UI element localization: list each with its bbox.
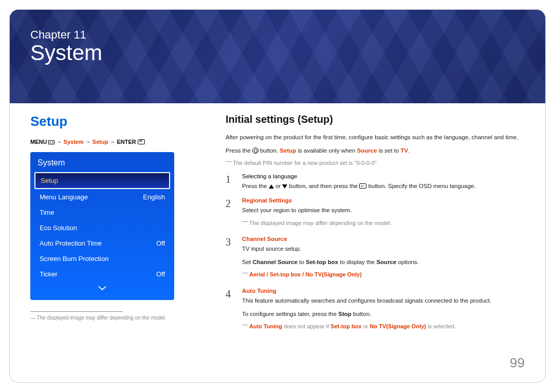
osd-panel: System SetupMenu LanguageEnglishTimeEco … xyxy=(30,152,174,300)
intro-text-1: After powering on the product for the fi… xyxy=(226,133,525,143)
chevron-down-icon xyxy=(98,285,107,291)
osd-item-label: Eco Solution xyxy=(40,224,77,232)
step-body-line2: To configure settings later, press the S… xyxy=(242,309,525,320)
enter-icon xyxy=(359,183,366,189)
osd-item-setup[interactable]: Setup xyxy=(34,172,170,189)
initial-settings-heading: Initial settings (Setup) xyxy=(226,114,525,125)
osd-item-list: SetupMenu LanguageEnglishTimeEco Solutio… xyxy=(33,172,171,282)
step-3: 3 Channel Source TV input source setup. … xyxy=(226,236,525,285)
menu-grid-icon xyxy=(48,140,54,144)
osd-item-label: Time xyxy=(40,209,54,216)
osd-item-label: Menu Language xyxy=(40,193,88,201)
menu-path-arrow: → xyxy=(85,139,91,145)
intro-text-2: Press the button. Setup is available onl… xyxy=(226,146,525,156)
step-title: Regional Settings xyxy=(242,197,525,203)
menu-path-setup: Setup xyxy=(92,139,108,145)
osd-item-label: Screen Burn Protection xyxy=(40,255,108,263)
step-title: Channel Source xyxy=(242,236,525,242)
step-title: Selecting a language xyxy=(242,173,525,179)
footnote-rule xyxy=(30,311,123,312)
step-body-text: Select your region to optimise the syste… xyxy=(242,206,525,216)
right-column: Initial settings (Setup) After powering … xyxy=(226,114,525,340)
page-container: Chapter 11 System Setup MENU → System → … xyxy=(9,9,546,383)
chapter-header: Chapter 11 System xyxy=(10,10,545,103)
step-2: 2 Regional Settings Select your region t… xyxy=(226,197,525,233)
step-note: The displayed image may differ depending… xyxy=(242,219,525,228)
enter-icon xyxy=(138,139,145,144)
osd-item-ticker[interactable]: TickerOff xyxy=(34,267,170,282)
chapter-title: System xyxy=(30,41,525,65)
osd-item-value: English xyxy=(143,193,165,201)
step-number: 4 xyxy=(226,288,233,337)
step-4: 4 Auto Tuning This feature automatically… xyxy=(226,288,525,337)
osd-item-value: Off xyxy=(156,270,165,278)
step-note-options: Aerial / Set-top box / No TV(Signage Onl… xyxy=(242,270,525,279)
step-body-text: This feature automatically searches and … xyxy=(242,296,525,306)
step-number: 1 xyxy=(226,173,233,195)
menu-path: MENU → System → Setup → ENTER xyxy=(30,139,205,145)
osd-item-label: Ticker xyxy=(40,270,58,278)
osd-title: System xyxy=(33,156,171,172)
osd-item-menu-language[interactable]: Menu LanguageEnglish xyxy=(34,190,170,204)
osd-item-auto-protection-time[interactable]: Auto Protection TimeOff xyxy=(34,236,170,251)
step-body-line2: Set Channel Source to Set-top box to dis… xyxy=(242,257,525,268)
osd-item-eco-solution[interactable]: Eco Solution xyxy=(34,220,170,235)
left-column: Setup MENU → System → Setup → ENTER Syst… xyxy=(30,114,205,340)
chapter-label: Chapter 11 xyxy=(30,28,525,42)
note-default-pin: The default PIN number for a new product… xyxy=(226,159,525,168)
osd-scroll-down[interactable] xyxy=(33,282,171,293)
footnote-text: ― The displayed image may differ dependi… xyxy=(30,315,205,321)
menu-path-arrow: → xyxy=(109,139,115,145)
page-number: 99 xyxy=(510,355,525,371)
osd-item-time[interactable]: Time xyxy=(34,205,170,220)
menu-path-arrow: → xyxy=(57,139,62,145)
power-icon xyxy=(252,147,258,154)
osd-item-value: Off xyxy=(156,239,165,247)
menu-path-system: System xyxy=(64,139,84,145)
step-number: 3 xyxy=(226,236,233,285)
step-number: 2 xyxy=(226,197,233,233)
menu-path-menu: MENU xyxy=(30,139,47,145)
osd-item-label: Setup xyxy=(41,177,58,184)
step-1: 1 Selecting a language Press the or butt… xyxy=(226,173,525,195)
step-title: Auto Tuning xyxy=(242,288,525,294)
section-heading-setup: Setup xyxy=(30,114,205,129)
menu-path-enter: ENTER xyxy=(117,139,136,145)
osd-item-screen-burn-protection[interactable]: Screen Burn Protection xyxy=(34,251,170,266)
osd-item-label: Auto Protection Time xyxy=(40,239,102,247)
content-area: Setup MENU → System → Setup → ENTER Syst… xyxy=(10,103,545,340)
step-body-text: TV input source setup. xyxy=(242,244,525,254)
step-note: Auto Tuning does not appear if Set-top b… xyxy=(242,322,525,331)
step-body-text: Press the or button, and then press the … xyxy=(242,181,525,192)
steps-list: 1 Selecting a language Press the or butt… xyxy=(226,173,525,337)
triangle-down-icon xyxy=(282,184,287,189)
triangle-up-icon xyxy=(269,184,274,189)
